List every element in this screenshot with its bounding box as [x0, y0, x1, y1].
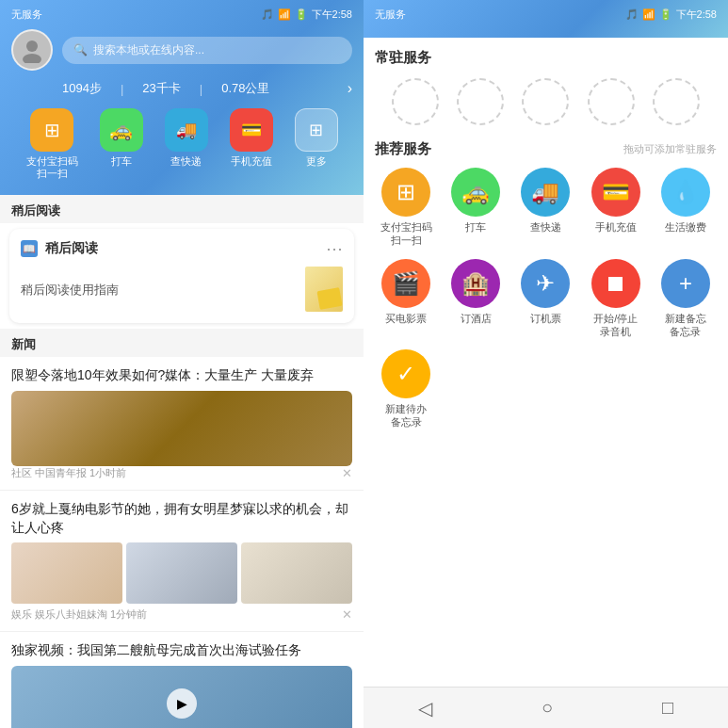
service-memo-label: 新建备忘备忘录 [665, 312, 706, 339]
recommended-title: 推荐服务 [375, 140, 431, 158]
svg-point-0 [26, 40, 38, 52]
right-battery-icon: 🔋 [659, 8, 672, 21]
taxi-label: 打车 [111, 155, 132, 168]
news-section-label: 新闻 [11, 337, 36, 351]
service-express-icon: 🚚 [521, 168, 570, 217]
alipay-icon-bg: ⊞ [30, 108, 73, 152]
service-hotel[interactable]: 🏨 订酒店 [445, 259, 507, 339]
news-image-1 [11, 391, 352, 466]
news-title-1: 限塑令落地10年效果如何?媒体：大量生产 大量废弃 [11, 366, 352, 385]
service-express-label: 查快递 [530, 220, 561, 234]
right-panel: 无服务 🎵 📶 🔋 下午2:58 常驻服务 推荐服务 拖动可添加常驻服务 [364, 0, 728, 728]
news-item-2[interactable]: 6岁就上戛纳电影节的她，拥有女明星梦寐以求的机会，却让人心疼 娱乐 娱乐八卦姐妹… [0, 491, 364, 632]
news-item-3[interactable]: 独家视频：我国第二艘航母完成首次出海试验任务 ▶ 军事 央视新闻客户端 1分钟前… [0, 632, 364, 728]
read-later-section-header: 稍后阅读 [0, 195, 364, 223]
news-section: 限塑令落地10年效果如何?媒体：大量生产 大量废弃 社区 中国青年报 1小时前 … [0, 357, 364, 728]
right-bluetooth-icon: 🎵 [625, 8, 639, 21]
search-row: 🔍 搜索本地或在线内容... [11, 29, 352, 71]
service-topup[interactable]: 💳 手机充值 [585, 168, 647, 248]
home-button[interactable]: ○ [526, 691, 568, 724]
service-memo[interactable]: + 新建备忘备忘录 [655, 259, 717, 339]
battery-icon: 🔋 [295, 8, 308, 21]
service-taxi[interactable]: 🚕 打车 [445, 168, 507, 248]
quick-icon-topup[interactable]: 💳 手机充值 [230, 108, 273, 180]
read-later-content-row: 稍后阅读使用指南 [21, 267, 343, 314]
quick-icon-taxi[interactable]: 🚕 打车 [100, 108, 143, 180]
right-wifi-icon: 📶 [642, 8, 655, 21]
search-placeholder: 搜索本地或在线内容... [93, 42, 204, 58]
service-taxi-label: 打车 [465, 220, 486, 234]
quick-icon-express[interactable]: 🚚 查快递 [165, 108, 208, 180]
news-close-1[interactable]: ✕ [342, 466, 352, 480]
service-utility[interactable]: 💧 生活缴费 [655, 168, 717, 248]
pinned-slot-5[interactable] [653, 78, 700, 125]
more-label: 更多 [306, 155, 327, 168]
news-thumb-2a [11, 542, 122, 604]
service-alipay-label: 支付宝扫码扫一扫 [380, 220, 432, 248]
pinned-slot-2[interactable] [457, 78, 504, 125]
search-box[interactable]: 🔍 搜索本地或在线内容... [62, 37, 352, 64]
quick-icon-more[interactable]: ⊞ 更多 [295, 108, 338, 180]
service-flight[interactable]: ✈ 订机票 [514, 259, 576, 339]
quick-icons-row: ⊞ 支付宝扫码扫一扫 🚕 打车 🚚 查快递 💳 手机充值 [11, 108, 352, 180]
left-time: 下午2:58 [312, 8, 352, 22]
wifi-icon: 📶 [278, 8, 291, 21]
express-icon-bg: 🚚 [165, 108, 208, 152]
news-thumb-2c [241, 542, 352, 604]
left-service-label: 无服务 [11, 8, 42, 22]
news-image-3: ▶ [11, 666, 352, 728]
service-utility-icon: 💧 [661, 168, 710, 217]
right-header: 无服务 🎵 📶 🔋 下午2:58 [364, 0, 728, 38]
news-section-header: 新闻 [0, 329, 364, 357]
topup-icon: 💳 [241, 120, 262, 140]
left-status-icons: 🎵 📶 🔋 下午2:58 [261, 8, 352, 22]
news-meta-1: 社区 中国青年报 1小时前 ✕ [11, 466, 352, 480]
service-topup-icon: 💳 [591, 168, 640, 217]
news-close-2[interactable]: ✕ [342, 607, 352, 622]
read-later-menu-button[interactable]: ⋯ [326, 238, 343, 259]
topup-icon-bg: 💳 [230, 108, 273, 152]
play-button[interactable]: ▶ [167, 688, 197, 719]
news-item-1[interactable]: 限塑令落地10年效果如何?媒体：大量生产 大量废弃 社区 中国青年报 1小时前 … [0, 357, 364, 491]
read-later-section-label: 稍后阅读 [11, 203, 60, 218]
news-images-2 [11, 542, 352, 604]
service-todo[interactable]: ✓ 新建待办备忘录 [375, 349, 437, 429]
news-source-2: 娱乐 娱乐八卦姐妹淘 1分钟前 [11, 607, 147, 622]
service-movie-label: 买电影票 [385, 312, 427, 325]
more-icon-bg: ⊞ [295, 108, 338, 152]
alipay-label: 支付宝扫码扫一扫 [26, 155, 78, 180]
pinned-slot-4[interactable] [588, 78, 635, 125]
right-status-bar: 无服务 🎵 📶 🔋 下午2:58 [375, 8, 717, 22]
stats-arrow[interactable]: › [348, 80, 352, 97]
recommended-hint: 拖动可添加常驻服务 [623, 142, 717, 156]
quick-icon-alipay[interactable]: ⊞ 支付宝扫码扫一扫 [26, 108, 78, 180]
back-button[interactable]: ◁ [403, 691, 447, 725]
left-status-bar: 无服务 🎵 📶 🔋 下午2:58 [11, 8, 352, 22]
more-icon: ⊞ [309, 120, 323, 140]
service-express[interactable]: 🚚 查快递 [514, 168, 576, 248]
recommended-header: 推荐服务 拖动可添加常驻服务 [375, 140, 717, 158]
avatar[interactable] [11, 29, 53, 71]
recent-button[interactable]: □ [647, 691, 688, 724]
book-thumbnail [296, 267, 343, 314]
news-title-3: 独家视频：我国第二艘航母完成首次出海试验任务 [11, 641, 352, 660]
bluetooth-icon: 🎵 [261, 8, 274, 21]
news-thumb-2b [126, 542, 237, 604]
service-movie[interactable]: 🎬 买电影票 [375, 259, 437, 339]
service-todo-icon: ✓ [381, 349, 430, 398]
news-meta-2: 娱乐 娱乐八卦姐妹淘 1分钟前 ✕ [11, 607, 352, 622]
service-alipay[interactable]: ⊞ 支付宝扫码扫一扫 [375, 168, 437, 248]
service-hotel-icon: 🏨 [451, 259, 500, 308]
pinned-slot-1[interactable] [392, 78, 439, 125]
pinned-services-title: 常驻服务 [375, 49, 717, 67]
distance-stat: 0.78公里 [221, 80, 269, 97]
svg-point-1 [23, 54, 41, 63]
service-recorder[interactable]: ⏹ 开始/停止录音机 [585, 259, 647, 339]
express-icon: 🚚 [176, 120, 197, 140]
left-panel: 无服务 🎵 📶 🔋 下午2:58 🔍 搜索本地或在线内容... 1094步 [0, 0, 364, 728]
read-later-card[interactable]: 📖 稍后阅读 ⋯ 稍后阅读使用指南 [9, 229, 354, 323]
service-flight-label: 订机票 [530, 312, 561, 325]
service-alipay-icon: ⊞ [381, 168, 430, 217]
pinned-slot-3[interactable] [522, 78, 569, 125]
read-later-guide-text: 稍后阅读使用指南 [21, 282, 119, 299]
